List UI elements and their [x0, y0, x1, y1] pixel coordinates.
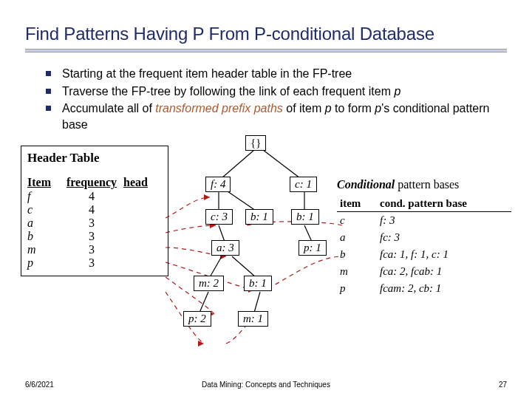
conditional-pattern-bases: Conditional pattern bases item cond. pat… [337, 178, 511, 297]
table-row: bfca: 1, f: 1, c: 1 [337, 246, 511, 263]
header-table: Header Table Item frequency head f4c4a3b… [21, 146, 168, 276]
node-p1: p: 1 [299, 240, 327, 256]
node-b1b: b: 1 [291, 209, 319, 225]
table-row: f4 [27, 190, 162, 203]
svg-line-13 [210, 256, 222, 277]
node-c1: c: 1 [290, 177, 317, 192]
svg-line-12 [304, 225, 312, 242]
title-divider [25, 49, 507, 52]
table-row: p3 [27, 256, 162, 270]
node-c3: c: 3 [205, 209, 233, 225]
bullet-3: Accumulate all of transformed prefix pat… [46, 100, 504, 132]
node-a3: a: 3 [211, 240, 239, 256]
node-m2: m: 2 [194, 276, 224, 291]
svg-line-14 [232, 256, 256, 277]
slide-title: Find Patterns Having P From P-conditiona… [25, 24, 507, 44]
table-row: mfca: 2, fcab: 1 [337, 263, 511, 280]
footer-date: 6/6/2021 [25, 381, 54, 389]
bullet-list: Starting at the frequent item header tab… [46, 66, 504, 132]
fp-tree: {} f: 4 c: 1 c: 3 b: 1 b: 1 a: 3 p: 1 m:… [173, 131, 365, 352]
table-row: cf: 3 [337, 212, 511, 230]
table-row: a3 [27, 216, 162, 230]
bullet-2: Traverse the FP-tree by following the li… [46, 83, 504, 100]
cpb-col-base: cond. pattern base [377, 196, 511, 212]
node-p2: p: 2 [183, 311, 211, 327]
table-row: pfcam: 2, cb: 1 [337, 280, 511, 297]
table-row: afc: 3 [337, 229, 511, 246]
header-table-title: Header Table [27, 151, 162, 166]
slide-footer: 6/6/2021 Data Mining: Concepts and Techn… [25, 381, 507, 389]
svg-line-15 [200, 292, 208, 313]
table-row: c4 [27, 203, 162, 216]
svg-line-7 [263, 150, 300, 178]
table-row: m3 [27, 243, 162, 256]
node-f4: f: 4 [205, 177, 231, 192]
footer-title: Data Mining: Concepts and Techniques [202, 381, 330, 389]
cpb-table: item cond. pattern base cf: 3afc: 3bfca:… [337, 196, 511, 297]
svg-line-11 [219, 225, 225, 242]
footer-page: 27 [499, 381, 507, 389]
node-b1c: b: 1 [244, 276, 272, 291]
cpb-title: Conditional pattern bases [337, 178, 511, 191]
cpb-col-item: item [337, 196, 377, 212]
tree-root: {} [245, 135, 266, 151]
svg-line-9 [228, 191, 256, 211]
svg-line-16 [254, 292, 260, 313]
table-row: b3 [27, 230, 162, 243]
svg-line-6 [222, 150, 254, 178]
header-table-columns: Item frequency head [27, 176, 162, 190]
node-b1a: b: 1 [245, 209, 273, 225]
node-m1: m: 1 [238, 311, 268, 327]
bullet-1: Starting at the frequent item header tab… [46, 66, 504, 82]
